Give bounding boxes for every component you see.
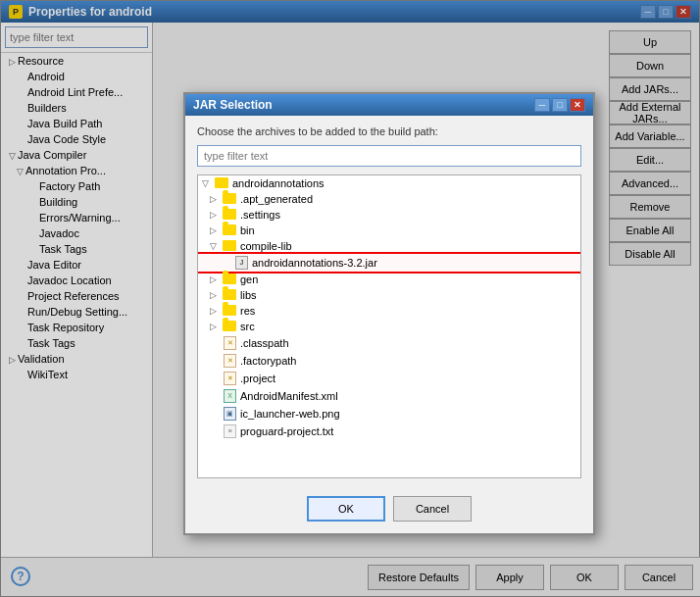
folder-icon (223, 289, 236, 300)
jar-tree-item[interactable]: XAndroidManifest.xml (198, 387, 580, 405)
jar-dialog-title: JAR Selection (193, 98, 273, 112)
jar-tree-item[interactable]: ✕.project (198, 370, 580, 387)
jar-item-label: ic_launcher-web.png (240, 408, 340, 420)
jar-tree-item[interactable]: ✕.classpath (198, 334, 580, 352)
jar-minimize-button[interactable]: ─ (534, 98, 550, 112)
folder-open-icon (223, 240, 236, 251)
jar-item-label: libs (240, 289, 257, 301)
jar-tree-item[interactable]: ✕.factorypath (198, 352, 580, 370)
jar-item-label: bin (240, 224, 255, 236)
jar-tree-item[interactable]: ▷.apt_generated (198, 191, 580, 207)
jar-filter-box (197, 145, 581, 167)
folder-open-icon (215, 177, 228, 188)
jar-dialog-body: Choose the archives to be added to the b… (185, 116, 593, 488)
jar-tree-items: ▽androidannotations▷.apt_generated▷.sett… (198, 175, 580, 440)
jar-item-label: src (240, 321, 255, 332)
jar-tree-item[interactable]: ▷gen (198, 272, 580, 287)
jar-win-controls: ─ □ ✕ (534, 98, 585, 112)
jar-item-label: .classpath (240, 337, 289, 349)
folder-icon (223, 224, 236, 235)
jar-item-label: AndroidManifest.xml (240, 390, 338, 402)
config-file-icon: ✕ (224, 336, 236, 350)
xml-icon: X (224, 389, 236, 403)
jar-dialog-titlebar: JAR Selection ─ □ ✕ (185, 94, 593, 116)
image-icon: ▣ (224, 407, 236, 421)
jar-item-label: .factorypath (240, 355, 296, 367)
jar-item-label: .settings (240, 209, 280, 221)
jar-item-label: .project (240, 373, 275, 384)
jar-tree-item[interactable]: ≡proguard-project.txt (198, 423, 580, 440)
jar-tree-item[interactable]: ▽compile-lib (198, 238, 580, 254)
jar-tree-item[interactable]: ▷libs (198, 287, 580, 303)
jar-dialog-buttons: OK Cancel (185, 488, 593, 533)
jar-item-label: res (240, 305, 255, 317)
jar-file-icon: J (235, 256, 248, 270)
jar-item-label: androidannotations (232, 177, 325, 189)
config-file-icon: ✕ (224, 354, 236, 368)
folder-icon (223, 321, 236, 331)
jar-tree-item[interactable]: Jandroidannotations-3.2.jar (198, 254, 580, 272)
jar-ok-button[interactable]: OK (307, 496, 385, 522)
folder-icon (223, 305, 236, 316)
jar-item-label: gen (240, 274, 258, 285)
jar-tree-item[interactable]: ▷bin (198, 223, 580, 238)
config-file-icon: ✕ (224, 372, 236, 385)
jar-selection-dialog: JAR Selection ─ □ ✕ Choose the archives … (183, 92, 595, 535)
jar-item-label: androidannotations-3.2.jar (252, 257, 377, 269)
jar-item-label: compile-lib (240, 240, 292, 252)
jar-tree-item[interactable]: ▷src (198, 319, 580, 334)
jar-close-button[interactable]: ✕ (570, 98, 585, 112)
jar-item-label: proguard-project.txt (240, 425, 333, 437)
jar-tree-item[interactable]: ▷.settings (198, 207, 580, 223)
folder-icon (223, 193, 236, 204)
folder-icon (223, 209, 236, 220)
jar-item-label: .apt_generated (240, 193, 313, 205)
modal-overlay: JAR Selection ─ □ ✕ Choose the archives … (0, 0, 700, 597)
jar-instruction: Choose the archives to be added to the b… (197, 125, 581, 137)
text-file-icon: ≡ (224, 424, 236, 438)
jar-tree-item[interactable]: ▣ic_launcher-web.png (198, 405, 580, 423)
jar-filter-input[interactable] (197, 145, 581, 167)
folder-icon (223, 274, 236, 284)
jar-tree[interactable]: ▽androidannotations▷.apt_generated▷.sett… (197, 174, 581, 478)
jar-tree-item[interactable]: ▽androidannotations (198, 175, 580, 191)
jar-tree-item[interactable]: ▷res (198, 303, 580, 319)
jar-cancel-button[interactable]: Cancel (393, 496, 472, 522)
jar-maximize-button[interactable]: □ (552, 98, 568, 112)
